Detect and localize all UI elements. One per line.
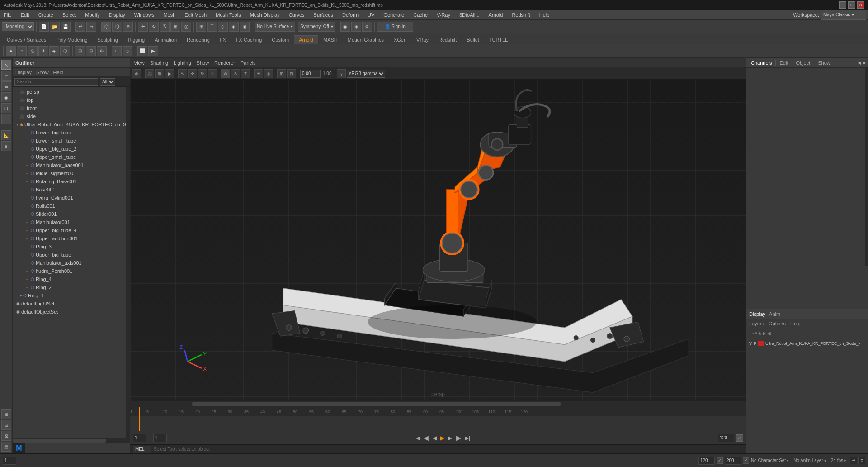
list-item[interactable]: → ⬡ hudro_Porsh001 [13, 267, 126, 275]
right-vscrollbar[interactable] [865, 68, 868, 266]
vp-textured-btn[interactable]: T [241, 69, 250, 78]
shelf-btn-2[interactable]: ○ [17, 46, 27, 56]
tab-custom[interactable]: Custom [267, 35, 294, 44]
workspace-dropdown[interactable]: Maya Classic ▾ [821, 10, 866, 20]
snap-grid-button[interactable]: ⊞ [196, 22, 206, 32]
next-frame-button[interactable]: ▶ [447, 435, 453, 441]
shelf-btn-13[interactable]: ▶ [148, 46, 158, 56]
minimize-button[interactable]: − [839, 1, 846, 9]
shelf-btn-9[interactable]: ⊕ [97, 46, 107, 56]
list-item[interactable]: → ⬡ Ring_3 [13, 243, 126, 251]
fps-selector[interactable]: 24 fps ▾ [831, 458, 846, 463]
current-frame-input[interactable] [133, 434, 146, 442]
tab-curves-surfaces[interactable]: Curves / Surfaces [2, 35, 51, 44]
expand-panel-button[interactable]: ◀ ▶ [858, 60, 866, 65]
tab-rigging[interactable]: Rigging [123, 35, 150, 44]
vp-shadow-btn[interactable]: ◎ [264, 69, 273, 78]
vp-render-btn[interactable]: ⊕ [132, 69, 141, 78]
layer-visibility-btn[interactable]: V [749, 341, 752, 346]
vp-frame-input[interactable] [300, 70, 321, 78]
menu-modify[interactable]: Modify [83, 11, 101, 19]
tab-rendering[interactable]: Rendering [182, 35, 215, 44]
move-tool-button[interactable]: ✛ [138, 22, 148, 32]
list-item[interactable]: → ⬡ Upper_addition001 [13, 234, 126, 243]
timeline-playhead[interactable] [139, 407, 140, 416]
tab-poly-modeling[interactable]: Poly Modeling [51, 35, 92, 44]
tab-fx[interactable]: FX [215, 35, 231, 44]
go-to-end-button[interactable]: ▶| [463, 435, 472, 441]
list-item[interactable]: ◉ defaultObjectSet [13, 308, 126, 316]
menu-mesh[interactable]: Mesh [161, 11, 177, 19]
vp-gamma-icon[interactable]: γ [337, 69, 346, 78]
vp-scale-btn[interactable]: ⇱ [208, 69, 217, 78]
select-by-component-button[interactable]: ⬡ [112, 22, 122, 32]
menu-generate[interactable]: Generate [382, 11, 406, 19]
tab-object[interactable]: Object [793, 59, 813, 67]
soft-select-tool[interactable]: ◉ [1, 92, 11, 102]
next-keyframe-button[interactable]: |▶ [454, 435, 462, 441]
layer-color-swatch[interactable] [758, 341, 764, 346]
list-item[interactable]: ▸ ⬡ Ring_1 [13, 291, 126, 300]
tab-turtle[interactable]: TURTLE [484, 35, 514, 44]
close-button[interactable]: ✕ [857, 1, 864, 9]
shelf-btn-10[interactable]: □ [112, 46, 122, 56]
tab-redshift[interactable]: Redshift [434, 35, 462, 44]
viewport-menu-renderer[interactable]: Renderer [214, 60, 235, 66]
vp-gamma-select[interactable]: sRGB gamma [347, 70, 385, 78]
symmetry-label[interactable]: Symmetry: Off ▾ [298, 22, 335, 32]
vp-select-btn[interactable]: ↖ [178, 69, 187, 78]
rotate-tool-button[interactable]: ↻ [149, 22, 159, 32]
menu-curves[interactable]: Curves [287, 11, 307, 19]
list-item[interactable]: → ⬡ Upper_big_tube [13, 251, 126, 259]
new-layer-btn[interactable]: + [749, 331, 751, 335]
vp-rotate-btn[interactable]: ↻ [198, 69, 207, 78]
menu-mesh-tools[interactable]: Mesh Tools [214, 11, 242, 19]
sign-in-button[interactable]: 👤 Sign In [377, 22, 413, 32]
start-frame-input[interactable] [153, 434, 167, 442]
redo-button[interactable]: ↪ [86, 22, 96, 32]
tab-show[interactable]: Show [815, 59, 833, 67]
paint-tool[interactable]: ✏ [1, 71, 11, 81]
end-frame-toggle[interactable]: ✓ [736, 434, 743, 442]
display-help-menu[interactable]: Help [790, 321, 801, 326]
status-collapse-btn[interactable] [736, 446, 743, 453]
soft-mod-button[interactable]: ◎ [181, 22, 191, 32]
mel-mode-indicator[interactable]: MEL [133, 446, 151, 453]
anim-end-input[interactable] [698, 457, 715, 465]
panel-layout-2[interactable]: ⊟ [1, 420, 11, 430]
vp-cam-btn[interactable]: 🎥 [145, 69, 154, 78]
snap-point-button[interactable]: ◇ [218, 22, 228, 32]
outliner-help-menu[interactable]: Help [53, 70, 64, 75]
measure-tool[interactable]: 📐 [1, 130, 11, 140]
component-tool[interactable]: ⬡ [1, 103, 11, 113]
new-file-button[interactable]: 📄 [39, 22, 49, 32]
list-item[interactable]: 🎥 persp [13, 88, 126, 96]
tab-animation[interactable]: Animation [150, 35, 182, 44]
list-item[interactable]: → ⬡ Lower_big_tube [13, 129, 126, 137]
char-set-selector[interactable]: No Character Set ▾ [751, 458, 789, 463]
anim-start-input[interactable] [3, 457, 16, 465]
universal-manip-button[interactable]: ⊞ [170, 22, 180, 32]
playback-loop-btn[interactable]: ↩ [850, 457, 857, 464]
list-item[interactable]: → ⬡ hydra_Cylind001 [13, 194, 126, 202]
shelf-btn-8[interactable]: ⊟ [86, 46, 96, 56]
list-item[interactable]: → ⬡ Upper_small_tube [13, 153, 126, 161]
shelf-btn-3[interactable]: ◎ [28, 46, 38, 56]
tab-display[interactable]: Display [749, 311, 765, 317]
anim-end-toggle[interactable]: ✓ [717, 457, 723, 464]
tab-xgen[interactable]: XGen [389, 35, 411, 44]
outliner-filter-dropdown[interactable]: All [100, 78, 115, 86]
lasso-select-button[interactable]: ⊕ [123, 22, 133, 32]
shelf-btn-1[interactable]: ● [6, 46, 16, 56]
menu-vray[interactable]: V-Ray [435, 11, 452, 19]
list-item[interactable]: 🎥 side [13, 112, 126, 120]
menu-surfaces[interactable]: Surfaces [312, 11, 335, 19]
list-item[interactable]: → ⬡ Midle_sigment001 [13, 169, 126, 177]
tab-bullet[interactable]: Bullet [462, 35, 484, 44]
vp-hud-btn[interactable]: ⊟ [287, 69, 296, 78]
display-layers-menu[interactable]: Layers [749, 321, 764, 326]
restore-button[interactable]: □ [848, 1, 855, 9]
tab-motion-graphics[interactable]: Motion Graphics [343, 35, 389, 44]
list-item[interactable]: → ⬡ Upper_big_tube_4 [13, 226, 126, 234]
vp-light-btn[interactable]: ☀ [254, 69, 263, 78]
